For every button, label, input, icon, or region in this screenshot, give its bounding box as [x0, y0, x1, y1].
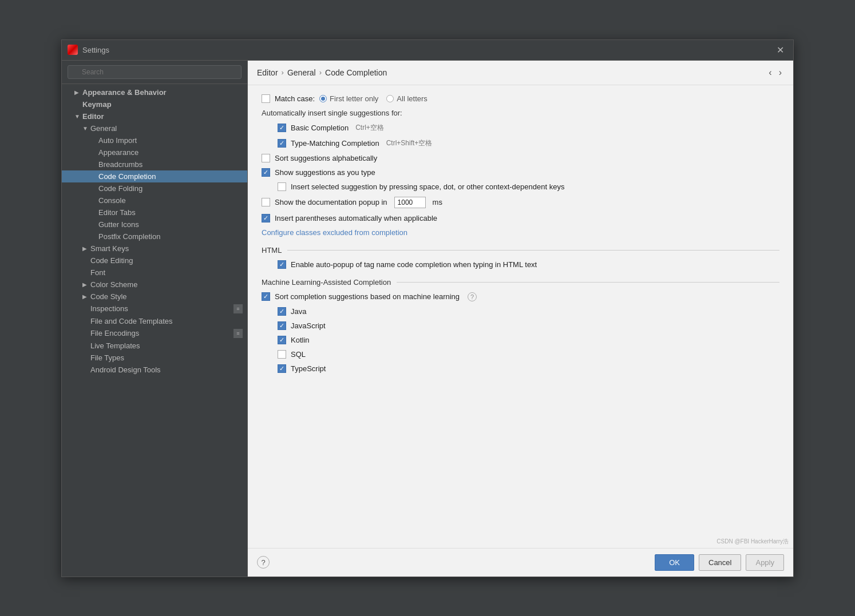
- sidebar-item-label: Keymap: [82, 100, 112, 109]
- ml-typescript-text: TypeScript: [291, 364, 326, 373]
- doc-popup-text: Show the documentation popup in: [275, 198, 387, 206]
- arrow-icon: ▼: [82, 125, 90, 132]
- match-case-checkbox[interactable]: [262, 94, 270, 103]
- ms-unit: ms: [433, 198, 442, 206]
- sidebar-item-label: Editor: [82, 112, 104, 121]
- doc-popup-label[interactable]: Show the documentation popup in ms: [262, 197, 442, 208]
- sidebar-item-live-templates[interactable]: Live Templates: [62, 340, 247, 352]
- show-as-type-label[interactable]: Show suggestions as you type: [262, 168, 375, 177]
- match-case-label[interactable]: Match case:: [262, 94, 315, 103]
- insert-on-space-checkbox[interactable]: [278, 182, 286, 191]
- sort-alpha-checkbox[interactable]: [262, 154, 270, 162]
- ml-java-text: Java: [291, 307, 306, 316]
- sidebar-item-label: Editor Tabs: [98, 208, 136, 217]
- sidebar-item-android-design-tools[interactable]: Android Design Tools: [62, 364, 247, 376]
- ok-button[interactable]: OK: [655, 554, 694, 571]
- doc-popup-input[interactable]: [394, 197, 426, 208]
- ml-javascript-checkbox[interactable]: [278, 321, 286, 330]
- type-matching-label[interactable]: Type-Matching Completion Ctrl+Shift+空格: [278, 138, 432, 148]
- ml-java-checkbox[interactable]: [278, 307, 286, 316]
- match-case-row: Match case: First letter only All letter…: [262, 94, 779, 103]
- close-button[interactable]: ✕: [773, 43, 787, 57]
- sidebar-item-code-style[interactable]: ▶ Code Style: [62, 291, 247, 303]
- sidebar-item-label: Code Style: [90, 292, 127, 301]
- sidebar-item-breadcrumbs[interactable]: Breadcrumbs: [62, 158, 247, 170]
- show-as-type-row: Show suggestions as you type: [262, 168, 779, 177]
- sidebar-item-label: Code Completion: [98, 172, 156, 181]
- sidebar-item-keymap[interactable]: Keymap: [62, 98, 247, 110]
- footer-buttons: OK Cancel Apply: [655, 554, 784, 571]
- sidebar-item-font[interactable]: Font: [62, 267, 247, 279]
- breadcrumb-general: General: [287, 68, 316, 77]
- sidebar-item-gutter-icons[interactable]: Gutter Icons: [62, 218, 247, 230]
- sort-alpha-label[interactable]: Sort suggestions alphabetically: [262, 154, 377, 162]
- radio-first-circle[interactable]: [319, 95, 327, 102]
- window-title: Settings: [82, 46, 773, 54]
- ml-sort-label[interactable]: Sort completion suggestions based on mac…: [262, 292, 477, 301]
- apply-button[interactable]: Apply: [746, 554, 784, 571]
- basic-completion-label[interactable]: Basic Completion Ctrl+空格: [278, 123, 384, 133]
- back-button[interactable]: ‹: [766, 66, 774, 79]
- ml-javascript-label[interactable]: JavaScript: [278, 321, 326, 330]
- help-icon[interactable]: ?: [468, 292, 477, 301]
- sidebar-item-appearance[interactable]: Appearance: [62, 146, 247, 158]
- sidebar-item-label: Appearance & Behavior: [82, 88, 167, 97]
- ml-kotlin-row: Kotlin: [278, 336, 779, 344]
- insert-on-space-label[interactable]: Insert selected suggestion by pressing s…: [278, 182, 564, 191]
- sidebar-item-color-scheme[interactable]: ▶ Color Scheme: [62, 279, 247, 291]
- basic-completion-text: Basic Completion: [291, 124, 349, 132]
- ml-section-divider: Machine Learning-Assisted Completion: [262, 278, 779, 287]
- sidebar-item-label: Gutter Icons: [98, 220, 139, 229]
- ml-sql-text: SQL: [291, 350, 306, 359]
- sidebar-item-label: Smart Keys: [90, 244, 129, 253]
- html-option-label[interactable]: Enable auto-popup of tag name code compl…: [278, 260, 537, 269]
- ml-kotlin-label[interactable]: Kotlin: [278, 336, 310, 344]
- sidebar-item-inspections[interactable]: Inspections ≡: [62, 303, 247, 315]
- breadcrumb-code-completion: Code Completion: [325, 68, 387, 77]
- sidebar-item-appearance-behavior[interactable]: ▶ Appearance & Behavior: [62, 86, 247, 98]
- cancel-button[interactable]: Cancel: [699, 554, 741, 571]
- sidebar-item-label: Live Templates: [90, 341, 140, 350]
- divider-line-ml: [397, 282, 779, 283]
- help-button[interactable]: ?: [257, 556, 270, 569]
- sidebar-item-console[interactable]: Console: [62, 194, 247, 206]
- insert-parens-checkbox[interactable]: [262, 214, 270, 222]
- sidebar-item-auto-import[interactable]: Auto Import: [62, 134, 247, 146]
- sidebar-item-file-types[interactable]: File Types: [62, 352, 247, 364]
- radio-first-letter[interactable]: First letter only: [319, 94, 378, 103]
- breadcrumb-sep-2: ›: [319, 68, 322, 77]
- configure-link[interactable]: Configure classes excluded from completi…: [262, 228, 407, 237]
- sidebar-item-code-completion[interactable]: Code Completion: [62, 170, 247, 182]
- sidebar-item-code-editing[interactable]: Code Editing: [62, 255, 247, 267]
- ml-javascript-row: JavaScript: [278, 321, 779, 330]
- ml-typescript-checkbox[interactable]: [278, 364, 286, 373]
- ml-sql-checkbox[interactable]: [278, 350, 286, 359]
- basic-completion-checkbox[interactable]: [278, 124, 286, 132]
- sidebar-item-file-encodings[interactable]: File Encodings ≡: [62, 327, 247, 340]
- sidebar-item-editor[interactable]: ▼ Editor: [62, 110, 247, 122]
- html-option-checkbox[interactable]: [278, 260, 286, 269]
- doc-popup-checkbox[interactable]: [262, 198, 270, 206]
- forward-button[interactable]: ›: [777, 66, 784, 79]
- ml-sql-label[interactable]: SQL: [278, 350, 306, 359]
- search-input[interactable]: [68, 65, 242, 79]
- ml-typescript-label[interactable]: TypeScript: [278, 364, 326, 373]
- ml-sort-checkbox[interactable]: [262, 292, 270, 301]
- sidebar-item-smart-keys[interactable]: ▶ Smart Keys: [62, 243, 247, 255]
- show-as-type-checkbox[interactable]: [262, 168, 270, 177]
- type-matching-checkbox[interactable]: [278, 139, 286, 148]
- ml-kotlin-checkbox[interactable]: [278, 336, 286, 344]
- insert-parens-label[interactable]: Insert parentheses automatically when ap…: [262, 214, 437, 222]
- radio-all-letters[interactable]: All letters: [386, 94, 427, 103]
- auto-insert-label: Automatically insert single suggestions …: [262, 109, 779, 117]
- html-section-divider: HTML: [262, 246, 779, 255]
- radio-all-circle[interactable]: [386, 95, 394, 102]
- sidebar-item-editor-tabs[interactable]: Editor Tabs: [62, 206, 247, 218]
- sidebar-item-file-code-templates[interactable]: File and Code Templates: [62, 315, 247, 327]
- sidebar-item-postfix-completion[interactable]: Postfix Completion: [62, 230, 247, 243]
- right-panel: Editor › General › Code Completion ‹ › M…: [248, 61, 793, 577]
- ml-java-label[interactable]: Java: [278, 307, 306, 316]
- basic-completion-shortcut: Ctrl+空格: [355, 123, 384, 133]
- sidebar-item-code-folding[interactable]: Code Folding: [62, 182, 247, 194]
- sidebar-item-general[interactable]: ▼ General: [62, 122, 247, 134]
